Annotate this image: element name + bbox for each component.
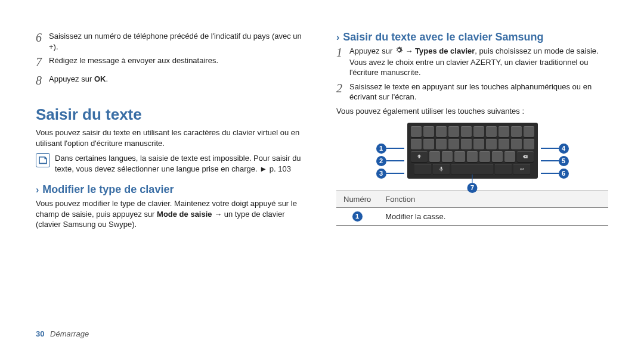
step-8: 8 Appuyez sur OK.: [36, 74, 308, 89]
sub1-text: Vous pouvez modifier le type de clavier.…: [36, 198, 308, 230]
text-mid: →: [403, 46, 415, 55]
sub-heading-modify-keyboard: › Modifier le type de clavier: [36, 183, 308, 196]
page-footer: 30 Démarrage: [36, 329, 89, 338]
section-title: Saisir du texte: [36, 105, 308, 124]
callouts-left: 1 2 3: [376, 123, 404, 179]
left-step-list: 6 Saisissez un numéro de téléphone précé…: [36, 31, 308, 89]
table-cell-num: 1: [336, 207, 378, 225]
step-number: 1: [336, 45, 349, 61]
step-7: 7 Rédigez le message à envoyer aux desti…: [36, 55, 308, 70]
keyboard-image: 1 2 3 4 5 6 7: [407, 123, 538, 179]
text-bold: Types de clavier: [415, 46, 475, 55]
function-table: Numéro Fonction 1 Modifier la casse.: [336, 191, 608, 226]
step-number: 7: [36, 54, 49, 70]
mic-key-icon: [433, 164, 450, 174]
gear-icon: [395, 46, 403, 57]
dot-key: [495, 164, 512, 174]
step-1: 1 Appuyez sur → Types de clavier, puis c…: [336, 46, 608, 78]
step-text: Rédigez le message à envoyer aux destina…: [49, 55, 308, 66]
keyboard-diagram: 1 2 3 4 5 6 7: [336, 123, 608, 179]
table-header-func: Fonction: [378, 191, 608, 207]
text-post: , puis choisissez un mode de saisie.: [475, 46, 598, 55]
callout-dot: 6: [559, 169, 569, 179]
chevron-right-icon: ›: [336, 32, 339, 43]
right-column: › Saisir du texte avec le clavier Samsun…: [336, 31, 608, 331]
sub-heading-label: Saisir du texte avec le clavier Samsung: [343, 31, 543, 43]
note-text: Dans certaines langues, la saisie de tex…: [55, 153, 308, 174]
table-header-num: Numéro: [336, 191, 378, 207]
step-text: Appuyez sur → Types de clavier, puis cho…: [349, 46, 608, 78]
sym-key: [414, 164, 431, 174]
step-text: Saisissez le texte en appuyant sur les t…: [349, 82, 608, 102]
table-row: 1 Modifier la casse.: [336, 207, 608, 225]
step-number: 8: [36, 73, 49, 89]
note-icon: [36, 153, 50, 167]
step-6: 6 Saisissez un numéro de téléphone précé…: [36, 31, 308, 52]
callout-dot: 3: [376, 169, 386, 179]
chevron-right-icon: ›: [36, 185, 39, 195]
space-key: [451, 164, 493, 174]
callout-dot: 4: [559, 144, 569, 154]
backspace-key-icon: [517, 151, 534, 162]
step-number: 6: [36, 30, 49, 46]
sub-heading-label: Modifier le type de clavier: [42, 183, 174, 196]
right-step-list: 1 Appuyez sur → Types de clavier, puis c…: [336, 46, 608, 102]
left-column: 6 Saisissez un numéro de téléphone précé…: [36, 31, 308, 331]
callout-bottom: 7: [467, 174, 478, 193]
callout-dot: 1: [352, 211, 363, 222]
callouts-right: 4 5 6: [541, 123, 569, 179]
callout-dot: 5: [559, 156, 569, 166]
step-number: 2: [336, 80, 349, 96]
footer-section: Démarrage: [50, 329, 89, 338]
callout-dot: 7: [467, 183, 478, 193]
step1-note: Vous avez le choix entre un clavier AZER…: [349, 58, 589, 77]
callout-dot: 1: [376, 144, 386, 154]
page-number: 30: [36, 329, 44, 338]
step-text: Saisissez un numéro de téléphone précédé…: [49, 31, 308, 52]
table-cell-func: Modifier la casse.: [378, 207, 608, 225]
note-box: Dans certaines langues, la saisie de tex…: [36, 153, 308, 174]
section-intro: Vous pouvez saisir du texte en utilisant…: [36, 127, 308, 148]
text-bold: OK: [94, 74, 106, 83]
text-pre: Appuyez sur: [349, 46, 395, 55]
step-2: 2 Saisissez le texte en appuyant sur les…: [336, 82, 608, 102]
follow-text: Vous pouvez également utiliser les touch…: [336, 106, 608, 117]
text-bold: Mode de saisie: [157, 210, 212, 219]
enter-key-icon: [513, 164, 530, 174]
text-post: .: [106, 74, 108, 83]
shift-key-icon: [411, 151, 428, 162]
step-text: Appuyez sur OK.: [49, 74, 308, 85]
text-pre: Appuyez sur: [49, 74, 94, 83]
callout-dot: 2: [376, 156, 386, 166]
sub-heading-samsung-keyboard: › Saisir du texte avec le clavier Samsun…: [336, 31, 608, 43]
